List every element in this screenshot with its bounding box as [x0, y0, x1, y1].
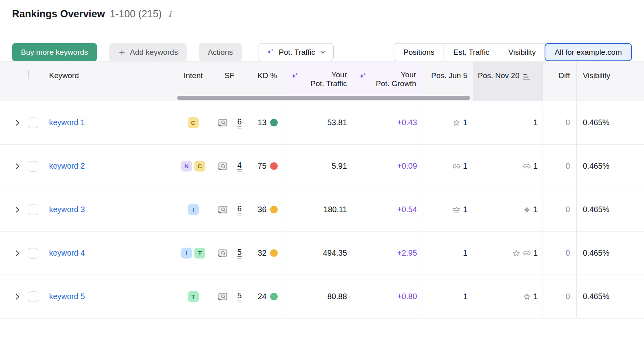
intent-cell: IT: [177, 232, 209, 275]
visibility-cell: 0.465%: [576, 101, 644, 144]
col-pos-nov20[interactable]: Pos. Nov 20: [473, 62, 543, 101]
sf-count[interactable]: 6: [237, 204, 242, 215]
divider: [233, 159, 233, 174]
sf-cell: 5: [209, 232, 250, 275]
col-pos-jun5[interactable]: Pos. Jun 5: [423, 62, 473, 101]
row-checkbox[interactable]: [28, 161, 38, 172]
table-row: keyword 4 IT 5 32 494.35 +2.95 1 1: [0, 232, 644, 275]
divider: [233, 246, 233, 261]
serp-features-icon[interactable]: [217, 248, 228, 258]
pot-growth-cell: +0.80: [353, 275, 423, 318]
keyword-cell: keyword 2: [49, 145, 177, 188]
sf-count[interactable]: 5: [237, 248, 242, 259]
row-checkbox[interactable]: [28, 248, 38, 258]
actions-label: Actions: [208, 48, 233, 57]
tab-positions[interactable]: Positions: [394, 43, 444, 61]
col-pot-traffic[interactable]: Your Pot. Traffic: [285, 62, 353, 101]
pos-nov20-cell: 1: [473, 188, 543, 231]
serp-features-icon[interactable]: [217, 117, 228, 128]
serp-features-icon[interactable]: [217, 204, 228, 215]
pos-jun5-cell: 1: [423, 188, 473, 231]
actions-button[interactable]: Actions: [199, 43, 242, 61]
pot-traffic-cell: 180.11: [285, 188, 353, 231]
kd-cell: 24: [250, 275, 285, 318]
col-kd[interactable]: KD %: [250, 62, 285, 101]
keyword-link[interactable]: keyword 2: [49, 161, 85, 171]
divider: [233, 116, 233, 130]
diff-cell: 0: [543, 275, 576, 318]
col-keyword[interactable]: Keyword: [49, 62, 177, 101]
kd-cell: 36: [250, 188, 285, 231]
diff-cell: 0: [543, 145, 576, 188]
keyword-cell: keyword 4: [49, 232, 177, 275]
add-keywords-button[interactable]: Add keywords: [109, 43, 187, 61]
sf-count[interactable]: 4: [237, 161, 242, 172]
row-checkbox[interactable]: [28, 118, 38, 128]
pot-traffic-cell: 53.81: [285, 101, 353, 144]
kd-value: 32: [258, 248, 266, 258]
pot-traffic-cell: 494.35: [285, 232, 353, 275]
pos-jun5-cell: 1: [423, 101, 473, 144]
info-icon[interactable]: i: [168, 9, 171, 19]
expand-chevron[interactable]: [0, 232, 26, 275]
sf-count[interactable]: 5: [237, 291, 242, 302]
expand-chevron[interactable]: [0, 101, 26, 144]
sparkle-icon: [290, 72, 299, 81]
keyword-link[interactable]: keyword 3: [49, 205, 85, 214]
visibility-cell: 0.465%: [576, 232, 644, 275]
buy-more-keywords-button[interactable]: Buy more keywords: [12, 43, 97, 61]
col-diff[interactable]: Diff: [543, 62, 576, 101]
table-row: keyword 1 C 6 13 53.81 +0.43 1 1: [0, 101, 644, 145]
divider: [233, 203, 233, 217]
serp-features-icon[interactable]: [217, 161, 228, 172]
pos-nov20-cell: 1: [473, 145, 543, 188]
expand-chevron[interactable]: [0, 188, 26, 231]
metric-dropdown[interactable]: Pot. Traffic: [258, 43, 334, 61]
intent-badge: T: [194, 248, 205, 258]
plus-icon: [118, 48, 126, 56]
header-checkbox-cell: [26, 62, 49, 101]
intent-badge: N: [181, 161, 192, 172]
tab-all-for-example[interactable]: All for example.com: [545, 43, 632, 61]
keyword-link[interactable]: keyword 4: [49, 248, 85, 258]
table-row: keyword 5 T 5 24 80.88 +0.80 1 1: [0, 275, 644, 318]
keyword-link[interactable]: keyword 1: [49, 118, 85, 127]
diff-cell: 0: [543, 101, 576, 144]
row-checkbox-cell: [26, 188, 49, 231]
kd-cell: 32: [250, 232, 285, 275]
col-intent[interactable]: Intent: [177, 62, 209, 101]
expand-chevron[interactable]: [0, 145, 26, 188]
star-icon: [522, 292, 532, 302]
pot-growth-cell: +0.54: [353, 188, 423, 231]
col-pot-growth[interactable]: Your Pot. Growth: [353, 62, 423, 101]
serp-features-icon[interactable]: [217, 291, 228, 302]
kd-difficulty-dot: [270, 162, 278, 170]
row-checkbox[interactable]: [28, 292, 38, 302]
diff-cell: 0: [543, 188, 576, 231]
kd-value: 75: [258, 161, 266, 171]
horizontal-scrollbar[interactable]: [177, 96, 470, 100]
pos-jun5-cell: 1: [423, 145, 473, 188]
col-visibility[interactable]: Visibility: [576, 62, 644, 101]
page-header: Rankings Overview 1-100 (215) i: [0, 0, 644, 28]
expand-chevron[interactable]: [0, 275, 26, 318]
pot-growth-cell: +0.43: [353, 101, 423, 144]
visibility-cell: 0.465%: [576, 145, 644, 188]
table-row: keyword 3 I 6 36 180.11 +0.54 1 1: [0, 188, 644, 232]
kd-difficulty-dot: [270, 249, 278, 257]
tab-visibility[interactable]: Visibility: [499, 43, 545, 61]
link-icon: [452, 161, 461, 171]
sf-count[interactable]: 6: [237, 117, 242, 128]
row-checkbox[interactable]: [28, 205, 38, 215]
tab-est-traffic[interactable]: Est. Traffic: [444, 43, 498, 61]
col-sf[interactable]: SF: [209, 62, 250, 101]
keyword-link[interactable]: keyword 5: [49, 292, 85, 301]
sf-cell: 6: [209, 101, 250, 144]
pos-jun5-cell: 1: [423, 275, 473, 318]
diff-cell: 0: [543, 232, 576, 275]
star-icon: [452, 118, 461, 128]
intent-badge: T: [188, 291, 199, 302]
select-all-checkbox[interactable]: [28, 70, 29, 79]
row-checkbox-cell: [26, 101, 49, 144]
sort-descending-icon: [523, 74, 530, 80]
